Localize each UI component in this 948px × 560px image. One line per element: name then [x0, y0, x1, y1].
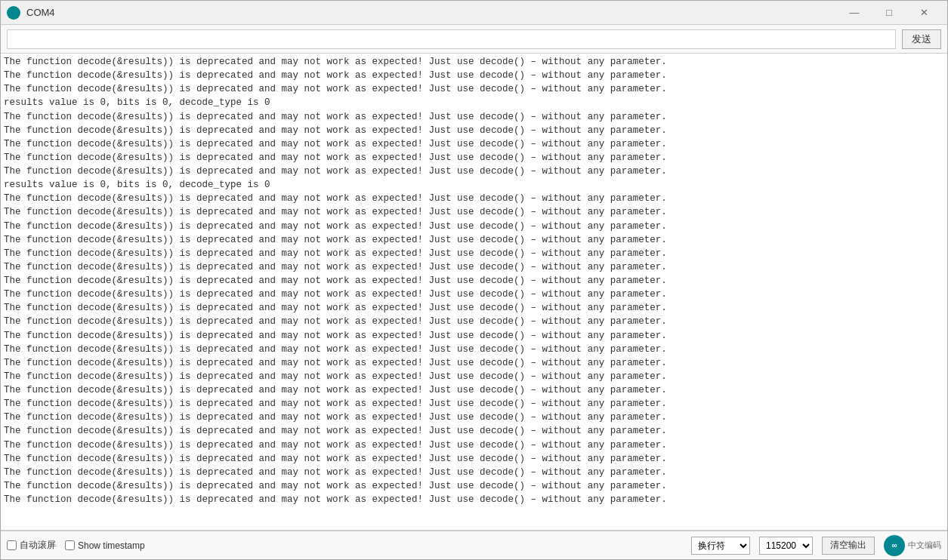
console-line: The function decode(&results)) is deprec… [4, 247, 944, 260]
status-bar: 自动滚屏 Show timestamp 换行符 没有行尾 新行 回车 300 1… [1, 531, 947, 559]
console-line: The function decode(&results)) is deprec… [4, 110, 944, 124]
console-line: results value is 0, bits is 0, decode_ty… [4, 178, 944, 192]
newline-select[interactable]: 换行符 没有行尾 新行 回车 [691, 537, 750, 555]
message-input[interactable] [7, 29, 896, 49]
console-line: The function decode(&results)) is deprec… [4, 452, 944, 466]
timestamp-label[interactable]: Show timestamp [78, 540, 145, 551]
console-line: The function decode(&results)) is deprec… [4, 329, 944, 343]
console-line: The function decode(&results)) is deprec… [4, 493, 944, 506]
console-line: The function decode(&results)) is deprec… [4, 82, 944, 96]
console-line: results value is 0, bits is 0, decode_ty… [4, 96, 944, 109]
main-window: COM4 — □ ✕ 发送 The function decode(&resul… [0, 0, 948, 560]
console-line: The function decode(&results)) is deprec… [4, 315, 944, 328]
minimize-button[interactable]: — [837, 1, 872, 25]
console-line: The function decode(&results)) is deprec… [4, 260, 944, 274]
console-line: The function decode(&results)) is deprec… [4, 165, 944, 178]
console-line: The function decode(&results)) is deprec… [4, 137, 944, 151]
toolbar: 发送 [1, 25, 947, 54]
console-line: The function decode(&results)) is deprec… [4, 288, 944, 301]
console-line: The function decode(&results)) is deprec… [4, 192, 944, 205]
console-line: The function decode(&results)) is deprec… [4, 55, 944, 69]
autoscroll-checkbox[interactable] [7, 540, 17, 550]
status-icons: ∞ 中文编码 [884, 535, 941, 556]
console-line: The function decode(&results)) is deprec… [4, 424, 944, 438]
console-line: The function decode(&results)) is deprec… [4, 124, 944, 137]
arduino-icon: ∞ [884, 535, 905, 556]
autoscroll-group: 自动滚屏 [7, 539, 56, 552]
console-line: The function decode(&results)) is deprec… [4, 205, 944, 219]
title-bar: COM4 — □ ✕ [1, 1, 947, 25]
window-title: COM4 [26, 7, 837, 18]
timestamp-group: Show timestamp [65, 540, 145, 551]
console-line: The function decode(&results)) is deprec… [4, 233, 944, 247]
send-button[interactable]: 发送 [902, 29, 941, 49]
autoscroll-label[interactable]: 自动滚屏 [20, 539, 56, 552]
console-line: The function decode(&results)) is deprec… [4, 383, 944, 397]
console-line: The function decode(&results)) is deprec… [4, 356, 944, 370]
console-line: The function decode(&results)) is deprec… [4, 301, 944, 315]
console-line: The function decode(&results)) is deprec… [4, 466, 944, 479]
clear-button[interactable]: 清空输出 [822, 537, 875, 555]
console-line: The function decode(&results)) is deprec… [4, 411, 944, 424]
status-text: 中文编码 [908, 540, 941, 551]
baud-select[interactable]: 300 1200 2400 4800 9600 19200 38400 5760… [759, 537, 813, 555]
app-icon [7, 6, 20, 20]
maximize-button[interactable]: □ [872, 1, 906, 25]
console-line: The function decode(&results)) is deprec… [4, 479, 944, 493]
console-line: The function decode(&results)) is deprec… [4, 438, 944, 452]
console-line: The function decode(&results)) is deprec… [4, 370, 944, 383]
console-line: The function decode(&results)) is deprec… [4, 220, 944, 233]
console-line: The function decode(&results)) is deprec… [4, 69, 944, 82]
console-line: The function decode(&results)) is deprec… [4, 274, 944, 288]
close-button[interactable]: ✕ [906, 1, 941, 25]
timestamp-checkbox[interactable] [65, 540, 75, 550]
console-line: The function decode(&results)) is deprec… [4, 151, 944, 165]
console-line: The function decode(&results)) is deprec… [4, 397, 944, 411]
window-controls: — □ ✕ [837, 1, 941, 25]
console-output[interactable]: The function decode(&results)) is deprec… [1, 54, 947, 531]
console-line: The function decode(&results)) is deprec… [4, 343, 944, 356]
